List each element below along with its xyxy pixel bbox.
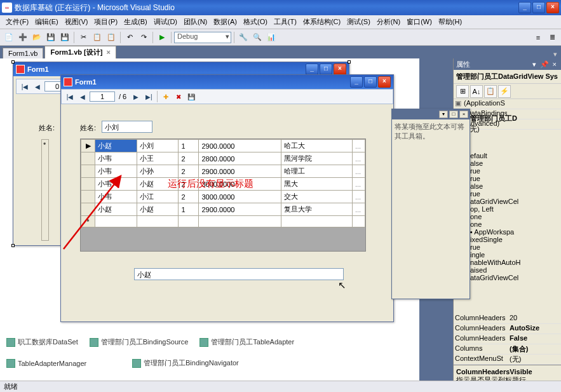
menu-format[interactable]: 格式(O) (240, 16, 271, 28)
nav-next-icon[interactable]: ▶ (130, 91, 142, 102)
toolbox-close-icon[interactable]: × (459, 111, 468, 118)
tool-icon-2[interactable]: 🔍 (251, 31, 264, 44)
align-icon-2[interactable]: ≣ (546, 31, 558, 44)
cut-icon[interactable]: ✂ (77, 31, 90, 44)
bottom-input[interactable]: 小赵 (134, 268, 344, 280)
binding-navigator: |◀ ◀ 1 / 6 ▶ ▶| ✚ ✖ 💾 (61, 89, 393, 104)
designer-min-button[interactable]: _ (306, 64, 318, 75)
component-item[interactable]: 管理部门员工TableAdapter (199, 337, 294, 347)
titlebar: ∞ 数据库基础 (正在运行) - Microsoft Visual Studio… (0, 0, 561, 15)
tab-form1-vb[interactable]: Form1.vb (3, 48, 43, 58)
designer-close-button[interactable]: × (334, 64, 346, 75)
new-row-marker: * (43, 141, 46, 149)
add-item-icon[interactable]: ➕ (17, 31, 29, 44)
running-form-title: Form1 (75, 78, 350, 86)
minimize-button[interactable]: _ (518, 2, 531, 13)
maximize-button[interactable]: □ (532, 2, 545, 13)
component-item[interactable]: 管理部门员工BindingSource (90, 337, 189, 347)
copy-icon[interactable]: 📋 (91, 31, 104, 44)
alphabetize-icon[interactable]: A↓ (470, 85, 483, 98)
tool-icon-3[interactable]: 📊 (265, 31, 278, 44)
table-row: ▶小赵小刘12900.0000哈工大... (81, 140, 365, 152)
props-right-slice: 管理部门员工D 无) efault alse rue rue alse rue … (470, 112, 521, 281)
menu-view[interactable]: 视图(V) (62, 16, 91, 28)
panel-close-icon[interactable]: × (551, 60, 558, 68)
save-icon[interactable]: 💾 (44, 31, 57, 44)
table-row: 小韦小王22800.0000黑河学院... (81, 152, 365, 165)
label-name: 姓名: (80, 123, 96, 133)
selected-object[interactable]: 管理部门员工DataGridView Sys (454, 70, 561, 84)
table-row: 小韦小赵23000.0000黑大... (81, 178, 365, 191)
config-combo[interactable]: Debug (174, 32, 231, 43)
form-min-button[interactable]: _ (350, 76, 363, 88)
running-form1[interactable]: Form1 _ □ × |◀ ◀ 1 / 6 ▶ ▶| ✚ (60, 74, 394, 322)
props-icon[interactable]: 📋 (484, 85, 497, 98)
menu-window[interactable]: 窗口(W) (403, 16, 435, 28)
menu-help[interactable]: 帮助(H) (435, 16, 465, 28)
new-project-icon[interactable]: 📄 (3, 31, 15, 44)
tab-form1-design[interactable]: Form1.vb [设计]× (44, 46, 116, 58)
open-icon[interactable]: 📂 (30, 31, 43, 44)
menu-tools[interactable]: 工具(T) (271, 16, 300, 28)
menu-team[interactable]: 团队(N) (180, 16, 210, 28)
menu-file[interactable]: 文件(F) (3, 16, 32, 28)
menu-build[interactable]: 生成(B) (121, 16, 151, 28)
tab-dropdown-icon[interactable]: ▾ (550, 50, 561, 58)
designer-max-button[interactable]: □ (320, 64, 332, 75)
tabstrip: Form1.vb Form1.vb [设计]× ▾ (0, 46, 561, 58)
table-row: 小赵小赵12900.0000复旦大学... (81, 203, 365, 216)
nav-add-icon[interactable]: ✚ (160, 91, 172, 102)
form-max-button[interactable]: □ (364, 76, 377, 88)
nav-pos-input[interactable]: 1 (90, 91, 115, 102)
align-icon[interactable]: ≡ (532, 31, 544, 44)
menu-project[interactable]: 项目(P) (91, 16, 121, 28)
menu-edit[interactable]: 编辑(E) (32, 16, 62, 28)
form-close-button[interactable]: × (378, 76, 391, 88)
toolbox-max-icon[interactable]: □ (449, 111, 458, 118)
nav-last-icon[interactable]: ▶| (143, 91, 154, 102)
app-logo-icon: ∞ (2, 3, 12, 13)
label-name: 姓名: (39, 123, 55, 133)
nav-prev-icon[interactable]: ◀ (77, 91, 88, 102)
run-icon[interactable]: ▶ (156, 31, 168, 44)
toolbox-dropdown-icon[interactable]: ▾ (439, 111, 448, 118)
nav-save-icon[interactable]: 💾 (186, 91, 197, 102)
dataset-icon (6, 338, 15, 347)
panel-pin-icon[interactable]: 📌 (538, 60, 551, 69)
table-row: 小韦小孙22900.0000哈理工... (81, 165, 365, 178)
manager-icon (6, 359, 15, 368)
redo-icon[interactable]: ↷ (137, 31, 150, 44)
menu-test[interactable]: 测试(S) (344, 16, 374, 28)
close-button[interactable]: × (546, 2, 559, 13)
save-all-icon[interactable]: 💾 (58, 31, 71, 44)
component-tray: 职工数据库DataSet 管理部门员工BindingSource 管理部门员工T… (6, 337, 299, 368)
form-icon (16, 65, 25, 74)
nav-total: / 6 (116, 93, 129, 100)
menu-arch[interactable]: 体系结构(C) (300, 16, 344, 28)
nav-prev-icon[interactable]: ◀ (32, 81, 43, 92)
tool-icon[interactable]: 🔧 (237, 31, 250, 44)
bindingsource-icon (90, 338, 98, 347)
menubar: 文件(F) 编辑(E) 视图(V) 项目(P) 生成(B) 调试(D) 团队(N… (0, 15, 561, 29)
prop-desc-title: ColumnHeadersVisible (456, 368, 558, 375)
events-icon[interactable]: ⚡ (498, 85, 511, 98)
paste-icon[interactable]: 📋 (105, 31, 118, 44)
menu-analyze[interactable]: 分析(N) (374, 16, 403, 28)
component-item[interactable]: TableAdapterManager (6, 358, 121, 368)
tab-close-icon[interactable]: × (106, 48, 110, 56)
component-item[interactable]: 管理部门员工BindingNavigator (132, 358, 239, 368)
panel-title: 属性 (456, 60, 531, 69)
undo-icon[interactable]: ↶ (123, 31, 136, 44)
name-input[interactable]: 小刘 (102, 121, 152, 133)
designer-form-title: Form1 (27, 65, 306, 73)
panel-dropdown-icon[interactable]: ▾ (531, 60, 538, 69)
categorize-icon[interactable]: ⊞ (456, 85, 469, 98)
datagridview[interactable]: ▶小赵小刘12900.0000哈工大... 小韦小王22800.0000黑河学院… (80, 139, 366, 252)
nav-first-icon[interactable]: |◀ (64, 91, 76, 102)
toolbox-window[interactable]: ▾ □ × 将某项拖至此文本可将其工具箱。 (391, 109, 470, 299)
nav-delete-icon[interactable]: ✖ (173, 91, 184, 102)
nav-first-icon[interactable]: |◀ (19, 81, 30, 92)
menu-debug[interactable]: 调试(D) (151, 16, 180, 28)
component-item[interactable]: 职工数据库DataSet (6, 337, 78, 347)
menu-data[interactable]: 数据(A) (210, 16, 240, 28)
